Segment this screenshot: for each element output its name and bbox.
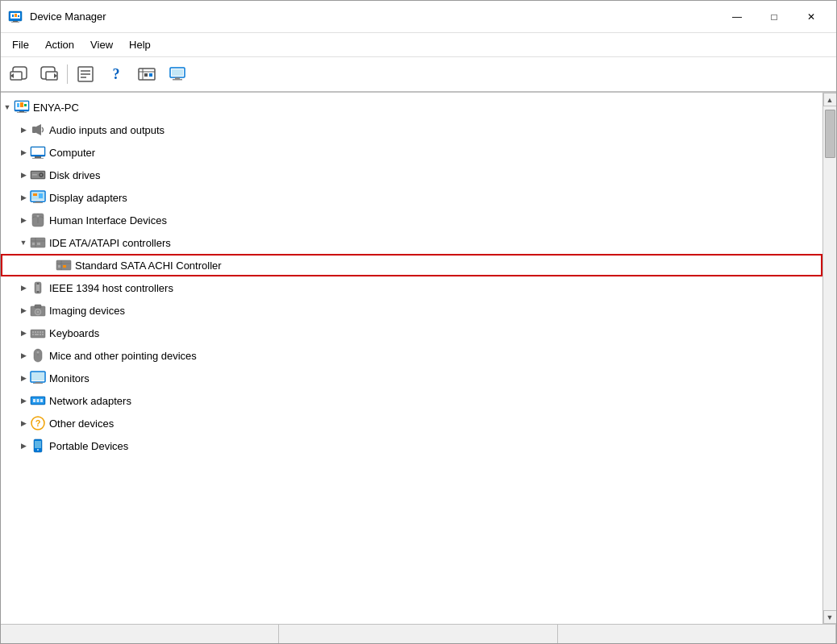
hid-label: Human Interface Devices	[49, 214, 167, 226]
audio-expand-btn[interactable]: ▶	[17, 123, 30, 136]
imaging-expand-btn[interactable]: ▶	[17, 304, 30, 317]
menu-file[interactable]: File	[4, 35, 37, 54]
tree-item-mice[interactable]: ▶ Mice and other pointing devices	[1, 344, 822, 367]
help-button[interactable]: ?	[102, 61, 131, 87]
monitors-expand-btn[interactable]: ▶	[17, 372, 30, 384]
svg-point-81	[37, 351, 40, 354]
svg-point-95	[37, 449, 39, 451]
svg-rect-18	[144, 73, 148, 77]
mice-icon	[30, 347, 46, 364]
svg-rect-74	[42, 331, 44, 333]
display-icon	[30, 189, 46, 206]
back-button[interactable]	[4, 61, 33, 87]
disk-expand-btn[interactable]: ▶	[17, 168, 30, 181]
status-segment-2	[279, 625, 557, 643]
tree-item-computer[interactable]: ▶ Computer	[1, 141, 822, 164]
network-expand-btn[interactable]: ▶	[17, 394, 30, 407]
svg-rect-6	[18, 15, 19, 17]
svg-rect-62	[36, 285, 40, 291]
tree-item-audio[interactable]: ▶ Audio inputs and outputs	[1, 118, 822, 141]
svg-rect-30	[24, 104, 27, 106]
imaging-icon	[30, 302, 46, 318]
svg-rect-55	[32, 243, 35, 245]
title-bar: Device Manager — □ ✕	[1, 1, 836, 33]
status-segment-3	[558, 625, 836, 643]
maximize-button[interactable]: □	[756, 4, 793, 30]
mice-label: Mice and other pointing devices	[49, 350, 197, 362]
svg-rect-77	[40, 334, 41, 335]
svg-rect-83	[31, 372, 44, 380]
tree-item-ide[interactable]: ▼ IDE ATA/ATAPI controllers	[1, 231, 822, 254]
toolbar: ?	[1, 57, 836, 93]
update-driver-button[interactable]	[132, 61, 161, 87]
tree-item-portable[interactable]: ▶ Portable Devices	[1, 434, 822, 457]
minimize-button[interactable]: —	[718, 4, 756, 30]
scrollbar-thumb[interactable]	[825, 110, 835, 158]
svg-rect-90	[40, 399, 43, 402]
tree-item-keyboard[interactable]: ▶ Keyboards	[1, 322, 822, 344]
ide-icon	[30, 235, 46, 251]
tree-item-imaging[interactable]: ▶ Imaging devices	[1, 299, 822, 322]
computer-node-icon	[30, 144, 46, 160]
svg-rect-5	[15, 14, 17, 17]
menu-view[interactable]: View	[82, 35, 121, 54]
menu-action[interactable]: Action	[37, 35, 82, 54]
scroll-down-arrow[interactable]: ▼	[823, 610, 837, 624]
scroll-up-arrow[interactable]: ▲	[823, 93, 837, 106]
tree-item-hid[interactable]: ▶ Human Interface Devices	[1, 209, 822, 231]
tree-item-sata[interactable]: Standard SATA ACHI Controller	[1, 254, 822, 276]
tree-root-node[interactable]: ▼ ENYA-PC	[1, 96, 822, 118]
status-segment-1	[1, 625, 279, 643]
mice-expand-btn[interactable]: ▶	[17, 349, 30, 362]
svg-rect-19	[149, 73, 152, 77]
app-icon	[7, 9, 23, 25]
toolbar-separator-1	[67, 64, 68, 84]
svg-rect-60	[58, 265, 60, 268]
tree-item-other[interactable]: ▶ ? Other devices	[1, 412, 822, 434]
portable-label: Portable Devices	[49, 440, 128, 452]
computer-icon	[14, 99, 30, 115]
content-area: ▼ ENYA-PC ▶	[1, 93, 836, 624]
device-manager-window: Device Manager — □ ✕ File Action View He…	[0, 0, 837, 644]
close-button[interactable]: ✕	[793, 4, 830, 30]
svg-rect-89	[37, 399, 40, 402]
portable-icon	[30, 438, 46, 454]
portable-expand-btn[interactable]: ▶	[17, 439, 30, 452]
display-expand-btn[interactable]: ▶	[17, 191, 30, 204]
audio-icon	[30, 122, 46, 138]
ide-expand-btn[interactable]: ▼	[17, 236, 30, 249]
menu-help[interactable]: Help	[121, 35, 159, 54]
tree-item-monitors[interactable]: ▶ Monitors	[1, 367, 822, 389]
show-hidden-button[interactable]	[163, 61, 192, 87]
vertical-scrollbar[interactable]: ▲ ▼	[822, 93, 836, 624]
tree-item-network[interactable]: ▶ Network adapters	[1, 389, 822, 412]
keyboard-label: Keyboards	[49, 327, 99, 339]
svg-rect-72	[37, 331, 39, 333]
ieee-expand-btn[interactable]: ▶	[17, 281, 30, 294]
tree-item-ieee[interactable]: ▶ IEEE 1394 host controllers	[1, 276, 822, 299]
svg-rect-33	[31, 147, 44, 155]
properties-button[interactable]	[71, 61, 100, 87]
device-tree[interactable]: ▼ ENYA-PC ▶	[1, 93, 822, 624]
other-expand-btn[interactable]: ▶	[17, 417, 30, 430]
svg-rect-46	[39, 193, 43, 198]
svg-rect-94	[35, 441, 41, 448]
svg-text:?: ?	[35, 418, 41, 428]
tree-item-display[interactable]: ▶ Display adapters	[1, 186, 822, 209]
keyboard-icon	[30, 325, 46, 341]
computer-expand-btn[interactable]: ▶	[17, 146, 30, 159]
root-expand-btn[interactable]: ▼	[1, 101, 14, 114]
svg-rect-22	[175, 77, 180, 79]
hid-expand-btn[interactable]: ▶	[17, 214, 30, 226]
scrollbar-track[interactable]	[823, 106, 836, 610]
keyboard-expand-btn[interactable]: ▶	[17, 326, 30, 339]
svg-rect-29	[20, 102, 23, 107]
svg-rect-76	[35, 334, 39, 335]
hid-icon	[30, 212, 46, 228]
tree-item-disk[interactable]: ▶ Disk drives	[1, 164, 822, 186]
forward-button[interactable]	[35, 61, 64, 87]
network-icon	[30, 393, 46, 409]
svg-rect-27	[17, 112, 27, 113]
svg-rect-54	[37, 243, 40, 245]
display-label: Display adapters	[49, 192, 127, 204]
